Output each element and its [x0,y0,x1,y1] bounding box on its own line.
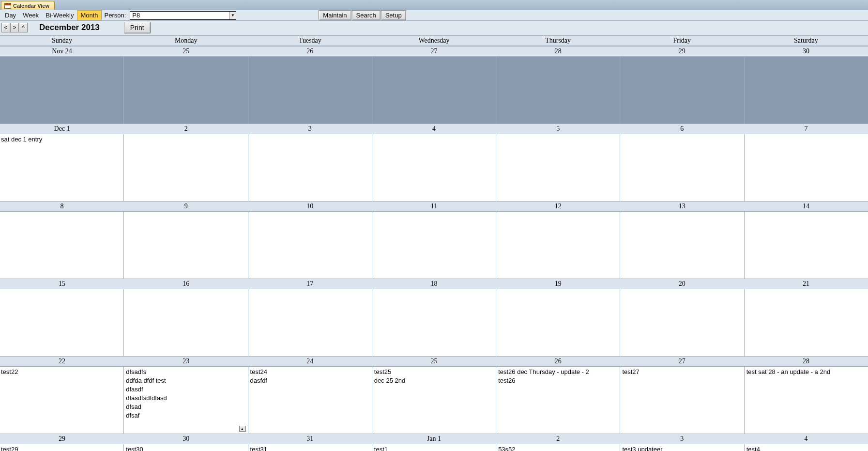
person-input[interactable] [130,11,236,20]
date-cell[interactable]: 30 [124,434,248,444]
day-cell[interactable] [0,289,124,356]
calendar-entry[interactable]: 53s52 [496,445,620,451]
date-cell[interactable]: 29 [620,47,744,56]
calendar-entry[interactable]: test26 [496,376,620,385]
calendar-entry[interactable]: test24 [248,368,372,376]
day-cell[interactable]: 53s52test2 update [496,444,620,451]
person-combobox[interactable]: ▼ [130,11,236,20]
next-month-button[interactable]: > [10,23,19,32]
calendar-entry[interactable]: test30 [124,445,247,451]
day-cell[interactable] [372,212,496,279]
day-cell[interactable]: test sat 28 - an update - a 2nd [745,367,868,434]
date-cell[interactable]: 25 [124,47,248,56]
day-cell[interactable]: test4 [745,444,868,451]
date-cell[interactable]: 6 [620,124,744,134]
day-cell[interactable] [620,289,744,356]
date-cell[interactable]: 12 [496,202,620,211]
day-cell[interactable] [124,57,248,124]
date-cell[interactable]: 4 [744,434,868,444]
date-cell[interactable]: 13 [620,202,744,211]
day-cell[interactable] [745,134,868,201]
day-cell[interactable] [620,134,744,201]
day-cell[interactable] [496,212,620,279]
day-cell[interactable]: test1 [372,444,496,451]
day-cell[interactable]: test22 [0,367,124,434]
date-cell[interactable]: 15 [0,279,124,289]
calendar-entry[interactable]: dfsad [124,403,247,411]
date-cell[interactable]: 31 [248,434,372,444]
day-cell[interactable] [248,289,372,356]
view-biweekly-button[interactable]: Bi-Weekly [42,10,77,20]
date-cell[interactable]: 10 [248,202,372,211]
day-cell[interactable]: sat dec 1 entry [0,134,124,201]
day-cell[interactable] [745,289,868,356]
calendar-entry[interactable]: sat dec 1 entry [0,135,123,144]
day-cell[interactable]: test30 [124,444,248,451]
date-cell[interactable]: 30 [744,47,868,56]
day-cell[interactable]: dfsadfsddfda dfdf testdfasdfdfasdfsdfdfa… [124,367,248,434]
calendar-entry[interactable]: dfasdf [124,385,247,394]
day-cell[interactable]: test26 dec Thursday - update - 2test26 [496,367,620,434]
calendar-entry[interactable]: dfsadfs [124,368,247,376]
day-cell[interactable]: test3 updateer [620,444,744,451]
calendar-entry[interactable]: test1 [372,445,496,451]
day-cell[interactable] [745,57,868,124]
calendar-entry[interactable]: dasfdf [248,376,372,385]
more-indicator[interactable]: ▴ [239,426,246,432]
day-cell[interactable] [124,212,248,279]
date-cell[interactable]: 9 [124,202,248,211]
day-cell[interactable] [0,57,124,124]
date-cell[interactable]: 28 [496,47,620,56]
date-cell[interactable]: 23 [124,357,248,366]
date-cell[interactable]: 24 [248,357,372,366]
day-cell[interactable]: test29 [0,444,124,451]
calendar-entry[interactable]: test29 [0,445,123,451]
day-cell[interactable] [745,212,868,279]
date-cell[interactable]: 20 [620,279,744,289]
view-month-button[interactable]: Month [77,10,101,20]
date-cell[interactable]: 17 [248,279,372,289]
day-cell[interactable] [248,57,372,124]
date-cell[interactable]: 25 [372,357,496,366]
calendar-entry[interactable]: ddfda dfdf test [124,376,247,385]
today-button[interactable]: ^ [19,23,28,32]
calendar-entry[interactable]: dfsaf [124,411,247,420]
day-cell[interactable] [372,57,496,124]
date-cell[interactable]: Nov 24 [0,47,124,56]
date-cell[interactable]: 16 [124,279,248,289]
date-cell[interactable]: 29 [0,434,124,444]
date-cell[interactable]: 2 [124,124,248,134]
calendar-entry[interactable]: test4 [745,445,868,451]
setup-button[interactable]: Setup [381,10,406,20]
day-cell[interactable] [496,57,620,124]
day-cell[interactable]: test24dasfdf [248,367,372,434]
date-cell[interactable]: 19 [496,279,620,289]
calendar-entry[interactable]: test27 [620,368,744,376]
calendar-entry[interactable]: dec 25 2nd [372,376,496,385]
calendar-entry[interactable]: test22 [0,368,123,376]
date-cell[interactable]: 3 [620,434,744,444]
day-cell[interactable] [124,289,248,356]
date-cell[interactable]: 22 [0,357,124,366]
day-cell[interactable]: test25dec 25 2nd [372,367,496,434]
day-cell[interactable]: test31dec 31 erd [248,444,372,451]
date-cell[interactable]: 4 [372,124,496,134]
calendar-entry[interactable]: test31 [248,445,372,451]
calendar-entry[interactable]: test3 updateer [620,445,744,451]
date-cell[interactable]: 27 [372,47,496,56]
day-cell[interactable] [372,134,496,201]
day-cell[interactable]: test27 [620,367,744,434]
date-cell[interactable]: 3 [248,124,372,134]
calendar-entry[interactable]: test25 [372,368,496,376]
chevron-down-icon[interactable]: ▼ [229,12,236,19]
print-button[interactable]: Print [124,22,151,33]
date-cell[interactable]: 2 [496,434,620,444]
date-cell[interactable]: 7 [744,124,868,134]
date-cell[interactable]: 26 [496,357,620,366]
day-cell[interactable] [248,212,372,279]
view-day-button[interactable]: Day [1,10,19,20]
day-cell[interactable] [620,57,744,124]
day-cell[interactable] [372,289,496,356]
day-cell[interactable] [620,212,744,279]
tab-calendar-view[interactable]: Calendar View [1,1,55,10]
